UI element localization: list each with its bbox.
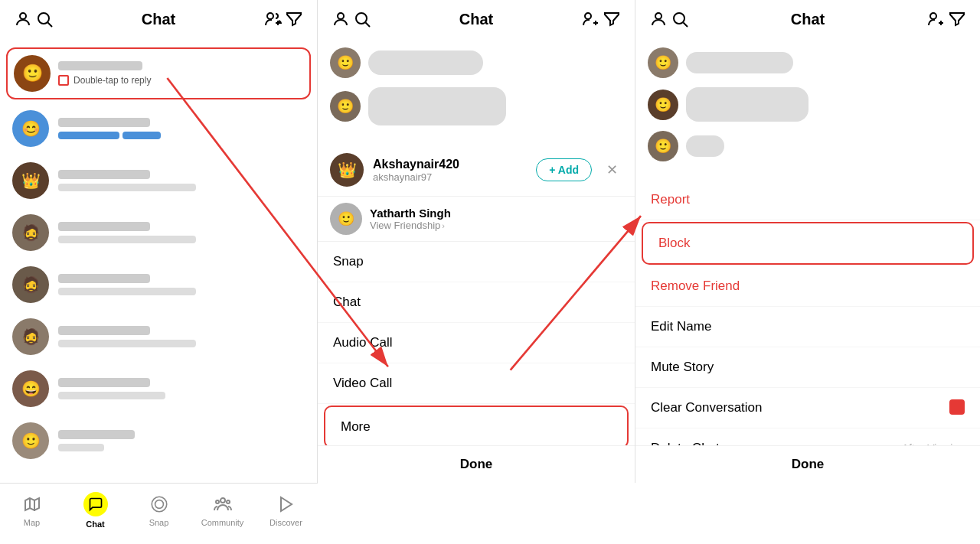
add-friend-icon[interactable] (262, 8, 283, 30)
mid-filter-icon[interactable] (601, 8, 622, 30)
chat-item-2[interactable]: 😊 (0, 103, 317, 155)
audio-call-label: Audio Call (333, 335, 393, 350)
bottom-nav: Map Chat Snap Community Discover (0, 483, 318, 544)
clear-conversation-item[interactable]: Clear Conversation (635, 388, 980, 428)
nav-map[interactable]: Map (2, 494, 63, 527)
right-message-row-3: 🙂 (648, 131, 968, 161)
svg-marker-29 (281, 497, 292, 511)
mid-add-friend-icon[interactable] (580, 8, 601, 30)
middle-panel-title: Chat (373, 11, 580, 28)
chat-item-highlighted[interactable]: 🙂 Double-tap to reply (6, 47, 311, 99)
contact-card: 👑 Akshaynair420 akshaynair97 + Add ✕ (318, 144, 635, 197)
view-friendship-link[interactable]: View Friendship › (370, 220, 451, 231)
right-panel: Chat 🙂 🙂 🙂 (635, 0, 980, 483)
chat-item-7[interactable]: 😄 (0, 363, 317, 415)
nav-community[interactable]: Community (192, 494, 253, 527)
svg-point-3 (267, 13, 273, 19)
report-item[interactable]: Report (635, 180, 980, 220)
svg-point-13 (674, 13, 684, 24)
right-chat-area: 🙂 🙂 🙂 (635, 38, 980, 180)
right-message-row-2: 🙂 (648, 87, 968, 122)
chat-item-4-content (58, 222, 305, 243)
svg-point-15 (930, 13, 936, 19)
more-label: More (341, 419, 371, 434)
middle-header: Chat (318, 0, 635, 38)
chat-list: 🙂 Double-tap to reply 😊 (0, 38, 317, 483)
avatar-8: 🙂 (12, 422, 49, 459)
more-action[interactable]: More (325, 407, 627, 445)
nav-discover[interactable]: Discover (256, 494, 317, 527)
filter-icon[interactable] (283, 8, 305, 30)
chat-item-6[interactable]: 🧔 (0, 311, 317, 363)
nav-snap[interactable]: Snap (129, 494, 190, 527)
chat-item-8[interactable]: 🙂 (0, 415, 317, 467)
svg-point-25 (155, 500, 163, 508)
chat-item-7-content (58, 378, 305, 399)
clear-conversation-label: Clear Conversation (651, 400, 763, 415)
right-filter-icon[interactable] (946, 8, 968, 30)
chat-item-3[interactable]: 👑 (0, 155, 317, 207)
contact-name: Akshaynair420 (373, 158, 527, 171)
block-label: Block (658, 236, 691, 250)
chat-item-6-content (58, 326, 305, 347)
svg-point-9 (585, 13, 591, 19)
add-button-label: + Add (549, 164, 579, 176)
chat-action[interactable]: Chat (318, 282, 635, 323)
discover-nav-icon (276, 494, 297, 515)
left-chat-panel: Chat 🙂 Double-tap to reply (0, 0, 318, 483)
search-icon[interactable] (34, 8, 55, 30)
svg-point-7 (356, 13, 367, 24)
right-panel-title: Chat (691, 11, 925, 28)
chat-messages: 🙂 🙂 (318, 38, 635, 144)
action-list: Snap Chat Audio Call Video Call More Sen… (318, 242, 635, 445)
snap-label: Snap (333, 254, 364, 269)
video-call-label: Video Call (333, 376, 392, 390)
message-row-2: 🙂 (330, 87, 622, 125)
chat-item-5-content (58, 274, 305, 295)
mid-profile-icon[interactable] (330, 8, 351, 30)
avatar-7: 😄 (12, 370, 49, 407)
chat-item-5[interactable]: 🧔 (0, 259, 317, 311)
mute-story-item[interactable]: Mute Story (635, 347, 980, 388)
block-item[interactable]: Block (643, 223, 972, 263)
more-action-highlighted[interactable]: More (324, 406, 629, 445)
svg-line-2 (48, 23, 53, 28)
contact-avatar: 👑 (330, 153, 364, 187)
left-panel-title: Chat (55, 11, 262, 28)
snap-action[interactable]: Snap (318, 242, 635, 282)
chat-item-1-content: Double-tap to reply (58, 61, 303, 86)
remove-friend-item[interactable]: Remove Friend (635, 266, 980, 307)
svg-line-8 (366, 23, 371, 28)
svg-point-28 (227, 500, 230, 503)
mid-search-icon[interactable] (351, 8, 373, 30)
block-item-highlighted[interactable]: Block (642, 222, 974, 265)
delete-chats-item[interactable]: Delete Chats … After Viewing (635, 428, 980, 445)
chat-item-3-content (58, 170, 305, 191)
avatar-2: 😊 (12, 110, 49, 147)
right-search-icon[interactable] (669, 8, 691, 30)
svg-point-26 (220, 498, 225, 503)
video-call-action[interactable]: Video Call (318, 363, 635, 404)
chat-item-8-content (58, 430, 305, 451)
mute-story-label: Mute Story (651, 360, 714, 374)
middle-done-button[interactable]: Done (460, 457, 493, 472)
svg-point-6 (338, 13, 344, 19)
add-button[interactable]: + Add (536, 158, 592, 181)
svg-point-27 (216, 500, 219, 503)
checkbox-icon (58, 75, 69, 86)
chevron-icon: › (442, 221, 445, 230)
right-add-icon[interactable] (925, 8, 946, 30)
audio-call-action[interactable]: Audio Call (318, 323, 635, 363)
report-label: Report (651, 192, 690, 207)
right-avatar-1: 🙂 (648, 47, 678, 78)
nav-chat[interactable]: Chat (65, 492, 126, 529)
chat-item-4[interactable]: 🧔 (0, 207, 317, 259)
friend-name: Yatharth Singh (370, 207, 451, 220)
edit-name-item[interactable]: Edit Name (635, 307, 980, 347)
profile-icon[interactable] (12, 8, 34, 30)
close-button[interactable]: ✕ (601, 159, 622, 181)
snap-nav-icon (149, 494, 170, 515)
right-done-button[interactable]: Done (792, 457, 825, 472)
right-profile-icon[interactable] (648, 8, 669, 30)
svg-point-24 (152, 497, 167, 512)
